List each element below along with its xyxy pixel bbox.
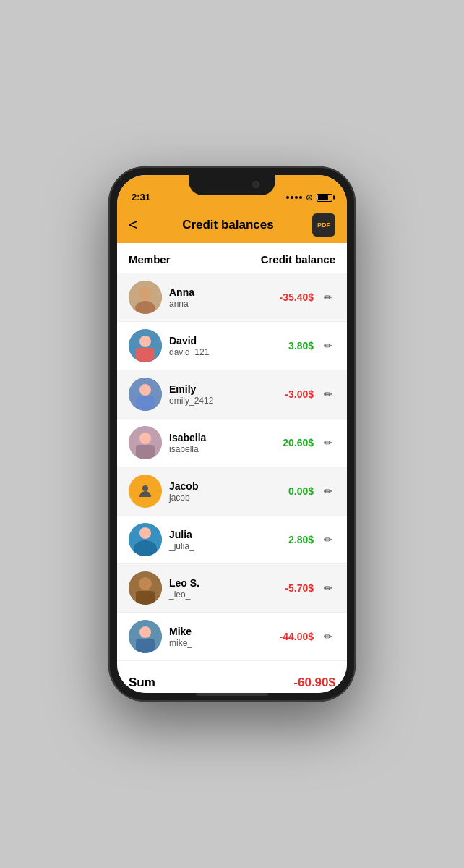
member-username: jacob xyxy=(169,493,288,503)
member-username: isabella xyxy=(169,444,283,454)
member-balance: 3.80$ xyxy=(288,340,314,352)
member-info: Julia _julia_ xyxy=(169,529,288,551)
phone-screen: 2:31 ⊛ < Credit balances PDF xyxy=(117,175,347,693)
member-balance: 20.60$ xyxy=(283,437,314,448)
member-username: david_121 xyxy=(169,347,288,357)
back-button[interactable]: < xyxy=(129,213,144,237)
edit-button[interactable]: ✏ xyxy=(321,482,335,500)
battery-icon xyxy=(317,194,332,202)
member-balance: -5.70$ xyxy=(285,582,314,594)
svg-rect-22 xyxy=(136,639,155,653)
member-name: David xyxy=(169,335,288,346)
table-row: Leo S. _leo_ -5.70$ ✏ xyxy=(117,564,347,613)
phone-frame: 2:31 ⊛ < Credit balances PDF xyxy=(108,166,356,702)
member-info: David david_121 xyxy=(169,335,288,357)
svg-rect-19 xyxy=(136,591,155,605)
member-column-header: Member xyxy=(129,253,171,265)
member-name: Leo S. xyxy=(169,577,285,589)
member-username: emily_2412 xyxy=(169,396,285,406)
edit-button[interactable]: ✏ xyxy=(321,289,335,306)
member-info: Isabella isabella xyxy=(169,432,283,454)
svg-point-13 xyxy=(142,485,148,491)
column-headers: Member Credit balance xyxy=(117,243,347,273)
edit-button[interactable]: ✏ xyxy=(321,579,335,597)
svg-point-2 xyxy=(139,287,152,300)
signal-icon xyxy=(286,196,302,199)
table-row: Mike mike_ -44.00$ ✏ xyxy=(117,613,347,661)
member-balance: -44.00$ xyxy=(280,631,314,642)
edit-button[interactable]: ✏ xyxy=(321,386,335,403)
status-icons: ⊛ xyxy=(286,192,332,203)
member-balance: -35.40$ xyxy=(280,292,314,303)
member-name: Julia xyxy=(169,529,288,540)
table-row: Anna anna -35.40$ ✏ xyxy=(117,273,347,322)
sum-label: Sum xyxy=(129,676,155,690)
member-info: Jacob jacob xyxy=(169,480,288,503)
member-name: Jacob xyxy=(169,480,288,492)
camera xyxy=(252,181,259,188)
member-balance: -3.00$ xyxy=(285,388,314,400)
svg-rect-6 xyxy=(136,348,155,362)
member-username: _leo_ xyxy=(169,590,285,600)
status-time: 2:31 xyxy=(132,192,150,203)
avatar xyxy=(129,378,162,411)
member-name: Anna xyxy=(169,286,280,298)
pdf-icon: PDF xyxy=(317,221,330,229)
edit-button[interactable]: ✏ xyxy=(321,434,335,451)
member-name: Emily xyxy=(169,383,285,395)
home-indicator xyxy=(196,693,268,696)
svg-point-18 xyxy=(139,577,152,590)
edit-button[interactable]: ✏ xyxy=(321,531,335,548)
svg-rect-12 xyxy=(136,445,155,459)
member-name: Mike xyxy=(169,626,280,637)
svg-rect-9 xyxy=(136,396,155,411)
wifi-icon: ⊛ xyxy=(306,192,313,203)
svg-point-8 xyxy=(139,384,151,396)
header: < Credit balances PDF xyxy=(117,207,347,243)
page-title: Credit balances xyxy=(144,218,312,232)
table-row: Emily emily_2412 -3.00$ ✏ xyxy=(117,370,347,419)
balance-column-header: Credit balance xyxy=(261,253,335,265)
svg-point-15 xyxy=(139,527,151,539)
content-area: Member Credit balance Anna anna -35.40$ … xyxy=(117,243,347,693)
table-row: Jacob jacob 0.00$ ✏ xyxy=(117,467,347,516)
avatar xyxy=(129,281,162,314)
member-username: _julia_ xyxy=(169,541,288,551)
member-info: Leo S. _leo_ xyxy=(169,577,285,600)
member-username: anna xyxy=(169,299,280,309)
svg-point-11 xyxy=(139,433,151,444)
member-balance: 2.80$ xyxy=(288,534,314,545)
avatar xyxy=(129,426,162,459)
member-info: Mike mike_ xyxy=(169,626,280,648)
member-username: mike_ xyxy=(169,638,280,648)
edit-button[interactable]: ✏ xyxy=(321,337,335,354)
table-row: Isabella isabella 20.60$ ✏ xyxy=(117,419,347,467)
member-balance: 0.00$ xyxy=(288,485,314,497)
table-row: David david_121 3.80$ ✏ xyxy=(117,322,347,370)
member-list: Anna anna -35.40$ ✏ David david_121 3.80… xyxy=(117,273,347,661)
avatar xyxy=(129,523,162,556)
avatar xyxy=(129,475,162,508)
table-row: Julia _julia_ 2.80$ ✏ xyxy=(117,516,347,564)
svg-point-5 xyxy=(139,336,151,347)
avatar xyxy=(129,329,162,362)
svg-point-21 xyxy=(139,626,151,638)
sum-value: -60.90$ xyxy=(293,676,335,690)
avatar xyxy=(129,571,162,605)
notch xyxy=(189,175,275,195)
sum-row: Sum -60.90$ xyxy=(117,661,347,693)
member-info: Anna anna xyxy=(169,286,280,309)
avatar xyxy=(129,620,162,653)
member-info: Emily emily_2412 xyxy=(169,383,285,406)
edit-button[interactable]: ✏ xyxy=(321,628,335,645)
member-name: Isabella xyxy=(169,432,283,443)
pdf-button[interactable]: PDF xyxy=(312,213,335,237)
